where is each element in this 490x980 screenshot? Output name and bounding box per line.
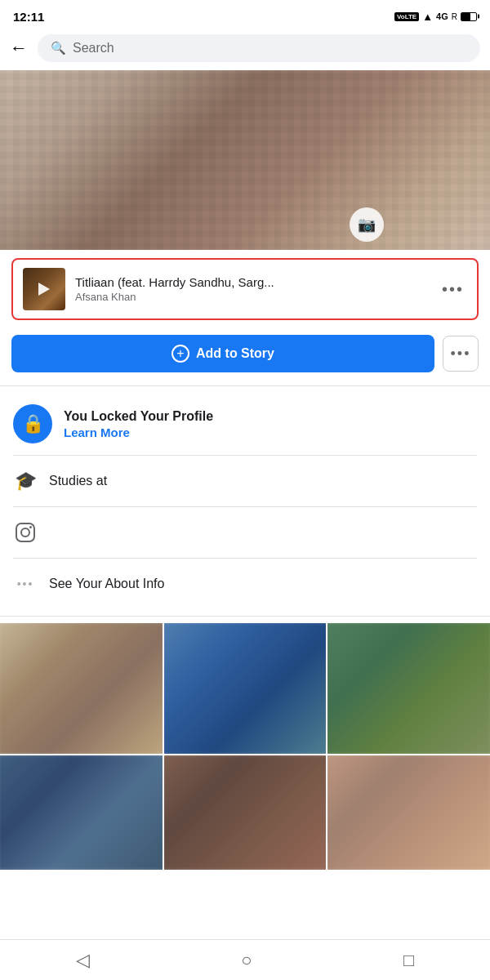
status-bar: 12:11 VoLTE ▲ 4G R [0, 0, 490, 29]
bottom-nav: ◁ ○ □ [0, 939, 490, 980]
svg-point-2 [29, 526, 32, 528]
search-bar: ← 🔍 Search [0, 29, 490, 70]
photo-grid [0, 623, 490, 870]
signal-icon: ▲ [422, 11, 433, 23]
music-thumbnail [23, 268, 65, 310]
photo-1 [0, 623, 163, 754]
divider-1 [0, 385, 490, 386]
battery-icon [461, 12, 477, 21]
photo-6 [327, 755, 490, 870]
lock-title: You Locked Your Profile [64, 409, 213, 424]
music-info: Titliaan (feat. Harrdy Sandhu, Sarg... A… [75, 275, 429, 303]
photo-cell-4[interactable] [0, 755, 163, 870]
add-story-plus-icon: + [172, 345, 189, 363]
photo-cell-2[interactable] [164, 623, 327, 754]
lock-text: You Locked Your Profile Learn More [64, 409, 213, 439]
studies-icon: 🎓 [13, 469, 38, 493]
nav-back-button[interactable]: ◁ [60, 943, 106, 978]
camera-button[interactable]: 📷 [350, 207, 384, 242]
music-card: Titliaan (feat. Harrdy Sandhu, Sarg... A… [11, 258, 479, 320]
photo-4 [0, 755, 163, 870]
about-text: See Your About Info [49, 577, 164, 591]
studies-text: Studies at [49, 474, 107, 488]
play-icon [38, 283, 50, 296]
lock-banner: 🔒 You Locked Your Profile Learn More [0, 393, 490, 455]
more-options-icon: ••• [451, 345, 471, 363]
action-row: + Add to Story ••• [0, 328, 490, 379]
nav-home-button[interactable]: ○ [225, 943, 268, 978]
profile-image-area: 📷 [0, 70, 490, 250]
music-more-button[interactable]: ••• [439, 280, 467, 299]
add-story-label: Add to Story [196, 346, 274, 361]
instagram-icon [13, 520, 38, 545]
photo-2 [164, 623, 327, 754]
music-title: Titliaan (feat. Harrdy Sandhu, Sarg... [75, 275, 429, 289]
svg-rect-0 [16, 523, 34, 541]
status-time: 12:11 [13, 10, 44, 24]
nav-recents-button[interactable]: □ [387, 943, 430, 978]
network-icon: 4G [436, 11, 448, 21]
photo-cell-6[interactable] [327, 755, 490, 870]
lock-icon: 🔒 [22, 413, 44, 434]
lock-icon-circle: 🔒 [13, 404, 52, 443]
studies-info-item[interactable]: 🎓 Studies at [0, 456, 490, 506]
divider-5 [0, 616, 490, 617]
photo-cell-1[interactable] [0, 623, 163, 754]
search-icon: 🔍 [51, 41, 66, 56]
photo-3 [327, 623, 490, 754]
pixel-overlay [0, 70, 490, 250]
photo-cell-5[interactable] [164, 755, 327, 870]
volte-badge: VoLTE [394, 12, 419, 21]
about-info-item[interactable]: ••• See Your About Info [0, 559, 490, 609]
add-to-story-button[interactable]: + Add to Story [11, 335, 434, 372]
photo-5 [164, 755, 327, 870]
status-icons: VoLTE ▲ 4G R [394, 11, 477, 23]
learn-more-link[interactable]: Learn More [64, 425, 213, 439]
search-placeholder: Search [73, 41, 114, 56]
more-options-button[interactable]: ••• [443, 336, 479, 372]
search-input-wrap[interactable]: 🔍 Search [38, 34, 480, 62]
about-icon: ••• [13, 572, 38, 596]
back-button[interactable]: ← [10, 38, 28, 59]
instagram-info-item[interactable] [0, 507, 490, 558]
network-r-icon: R [452, 12, 457, 21]
photo-cell-3[interactable] [327, 623, 490, 754]
svg-point-1 [21, 528, 29, 537]
music-artist: Afsana Khan [75, 291, 429, 303]
